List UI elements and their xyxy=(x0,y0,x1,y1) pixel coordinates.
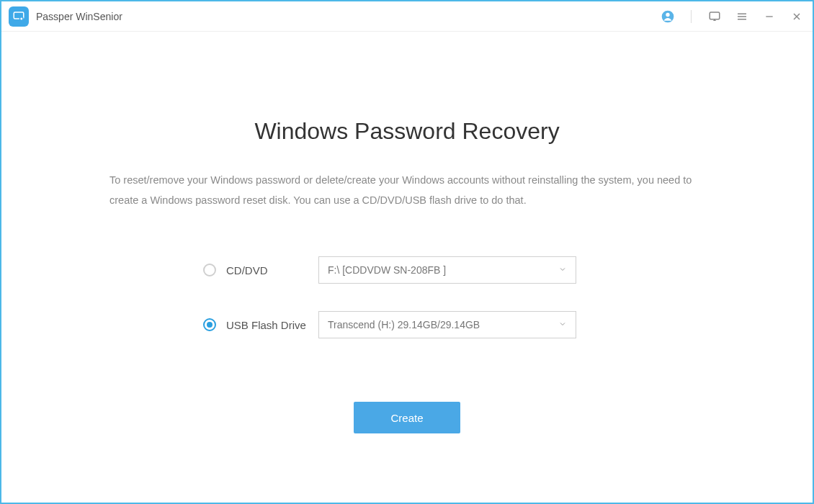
usb-radio[interactable]: USB Flash Drive xyxy=(203,318,318,331)
media-options: CD/DVD F:\ [CDDVDW SN-208FB ] USB Flash … xyxy=(109,256,705,338)
usb-dropdown-value: Transcend (H:) 29.14GB/29.14GB xyxy=(328,319,558,330)
svg-point-3 xyxy=(666,12,669,16)
title-bar: Passper WinSenior xyxy=(1,1,813,32)
chevron-down-icon xyxy=(558,318,567,331)
app-title: Passper WinSenior xyxy=(36,11,661,22)
cd-dvd-label: CD/DVD xyxy=(226,264,268,276)
minimize-icon[interactable] xyxy=(762,9,777,24)
cd-dvd-option-row: CD/DVD F:\ [CDDVDW SN-208FB ] xyxy=(203,256,705,284)
svg-rect-4 xyxy=(710,12,720,19)
page-description: To reset/remove your Windows password or… xyxy=(109,171,705,210)
chevron-down-icon xyxy=(558,264,567,276)
cd-dvd-dropdown[interactable]: F:\ [CDDVDW SN-208FB ] xyxy=(318,256,576,284)
usb-dropdown[interactable]: Transcend (H:) 29.14GB/29.14GB xyxy=(318,311,576,338)
app-logo-icon xyxy=(9,6,29,27)
user-icon[interactable] xyxy=(661,9,675,24)
separator xyxy=(691,10,692,23)
usb-option-row: USB Flash Drive Transcend (H:) 29.14GB/2… xyxy=(203,311,705,338)
radio-icon xyxy=(203,264,216,276)
create-button[interactable]: Create xyxy=(354,402,460,433)
svg-point-1 xyxy=(20,17,24,20)
cd-dvd-radio[interactable]: CD/DVD xyxy=(203,264,318,276)
page-title: Windows Password Recovery xyxy=(109,118,705,145)
main-content: Windows Password Recovery To reset/remov… xyxy=(1,32,813,433)
cd-dvd-dropdown-value: F:\ [CDDVDW SN-208FB ] xyxy=(328,264,558,276)
close-icon[interactable] xyxy=(790,9,804,24)
feedback-icon[interactable] xyxy=(707,9,722,24)
radio-icon xyxy=(203,318,216,331)
menu-icon[interactable] xyxy=(735,9,749,24)
usb-label: USB Flash Drive xyxy=(226,319,306,331)
